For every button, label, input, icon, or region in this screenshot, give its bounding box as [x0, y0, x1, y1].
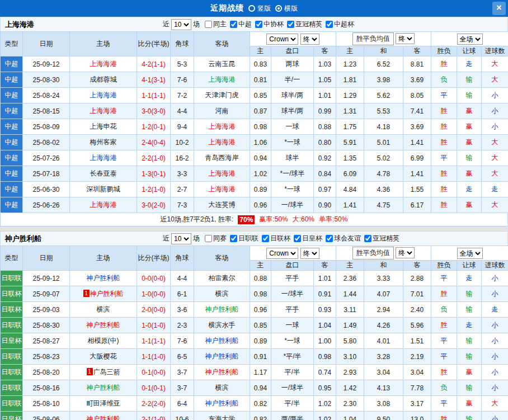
- final-odds-select[interactable]: 终: [396, 33, 415, 44]
- col-score: 比分(半场): [137, 246, 171, 271]
- home-team[interactable]: 长春亚泰: [90, 169, 117, 177]
- filter-option[interactable]: 同主: [205, 20, 227, 29]
- home-team[interactable]: 神户胜利船: [87, 274, 120, 282]
- handicap-home-odds: 0.85: [250, 88, 271, 103]
- filter-checkbox[interactable]: [230, 235, 237, 242]
- home-team[interactable]: 深圳新鹏城: [87, 185, 120, 193]
- home-team[interactable]: 町田泽维亚: [87, 399, 120, 407]
- win-odds: 6.09: [336, 166, 364, 182]
- home-team[interactable]: 成都蓉城: [90, 75, 117, 83]
- home-team[interactable]: 神户胜利船: [87, 321, 120, 329]
- wdl-average-button[interactable]: 胜平负均值: [352, 32, 394, 45]
- filter-option[interactable]: 亚冠精英: [364, 234, 399, 243]
- result-handicap: 输: [457, 286, 482, 302]
- home-team[interactable]: 上海海港: [90, 201, 117, 209]
- home-team[interactable]: 相模原(中): [88, 337, 119, 345]
- fullmatch-select[interactable]: 全场: [457, 248, 483, 259]
- layout-radio-vertical[interactable]: 竖版: [248, 4, 271, 13]
- away-team[interactable]: 神户胜利船: [205, 399, 239, 407]
- filter-checkbox[interactable]: [262, 235, 269, 242]
- fullmatch-select[interactable]: 全场: [457, 34, 483, 45]
- final-odds-select[interactable]: 终: [300, 34, 319, 45]
- close-icon[interactable]: ×: [492, 2, 506, 15]
- filter-checkbox[interactable]: [294, 235, 301, 242]
- handicap-away-odds: 0.84: [314, 166, 336, 182]
- away-team[interactable]: 河南: [215, 107, 229, 115]
- home-team[interactable]: 神户胜利船: [90, 290, 124, 298]
- away-team[interactable]: 横滨: [215, 384, 229, 391]
- league-type-cell: 中超: [1, 166, 23, 182]
- filter-checkbox[interactable]: [326, 235, 333, 242]
- result-goals: 大: [482, 150, 508, 166]
- radio-icon[interactable]: [248, 5, 255, 12]
- filter-option[interactable]: 日联杯: [262, 234, 290, 243]
- away-team[interactable]: 青岛西海岸: [205, 154, 239, 162]
- away-team[interactable]: 柏雷素尔: [209, 274, 236, 282]
- filter-option[interactable]: 同赛: [205, 234, 227, 243]
- filter-option[interactable]: 中超杯: [326, 20, 354, 29]
- away-team[interactable]: 上海海港: [209, 122, 236, 130]
- away-team[interactable]: 神户胜利船: [205, 368, 239, 376]
- layout-radio-horizontal[interactable]: 横版: [275, 4, 298, 13]
- radio-selected-icon[interactable]: [275, 5, 282, 12]
- filter-option[interactable]: 中超: [230, 20, 252, 29]
- home-team[interactable]: 上海海港: [90, 154, 117, 162]
- away-team[interactable]: 上海海港: [209, 75, 236, 83]
- draw-odds: 5.02: [364, 150, 403, 166]
- games-count-select[interactable]: 10: [171, 233, 191, 244]
- filter-checkbox[interactable]: [364, 235, 371, 242]
- lose-odds: 1.55: [403, 182, 431, 197]
- away-team[interactable]: 大连英博: [209, 201, 236, 209]
- filter-option[interactable]: 中协杯: [255, 20, 284, 29]
- away-team[interactable]: 横滨水手: [209, 321, 236, 329]
- filter-option[interactable]: 球会友谊: [326, 234, 361, 243]
- filter-checkbox[interactable]: [287, 21, 294, 28]
- away-team[interactable]: 神户胜利船: [205, 305, 239, 313]
- company-select[interactable]: Crown: [266, 248, 298, 259]
- result-wdl: 胜: [431, 135, 457, 150]
- draw-odds: 5.62: [364, 88, 403, 103]
- home-team[interactable]: 上海海港: [90, 60, 117, 68]
- handicap-line: 半/一: [271, 72, 314, 88]
- draw-odds: 5.53: [364, 103, 403, 119]
- home-team[interactable]: 神户胜利船: [87, 384, 120, 391]
- win-odds: 3.11: [336, 302, 364, 318]
- away-team[interactable]: 神户胜利船: [205, 337, 239, 345]
- wdl-average-button[interactable]: 胜平负均值: [352, 247, 394, 259]
- away-team[interactable]: 神户胜利船: [205, 352, 239, 360]
- home-team-cell: 横滨: [70, 302, 137, 318]
- away-team[interactable]: 上海海港: [209, 185, 236, 193]
- filter-option[interactable]: 日皇杯: [294, 234, 322, 243]
- filter-checkbox[interactable]: [326, 21, 333, 28]
- away-team[interactable]: 上海海港: [209, 169, 236, 177]
- home-team[interactable]: 上海海港: [90, 91, 117, 99]
- home-team[interactable]: 横滨: [97, 305, 110, 313]
- home-team[interactable]: 神户胜利船: [87, 415, 120, 420]
- filter-option[interactable]: 日职联: [230, 234, 258, 243]
- away-team[interactable]: 横滨: [215, 290, 229, 298]
- filter-checkbox[interactable]: [205, 235, 212, 242]
- home-team[interactable]: 上海海港: [90, 107, 117, 115]
- home-team-cell: 神户胜利船: [70, 318, 137, 333]
- filter-checkbox[interactable]: [255, 21, 262, 28]
- away-team-cell: 神户胜利船: [194, 333, 250, 349]
- away-team-cell: 神户胜利船: [194, 396, 250, 412]
- result-goals: 大: [482, 166, 508, 182]
- away-team[interactable]: 天津津门虎: [205, 91, 239, 99]
- col-ah-home: 主: [250, 46, 271, 56]
- filter-checkbox[interactable]: [230, 21, 237, 28]
- home-team[interactable]: 梅州客家: [90, 138, 117, 146]
- final-odds-select[interactable]: 终: [300, 248, 319, 259]
- games-count-select[interactable]: 10: [171, 19, 191, 30]
- home-team[interactable]: 上海申花: [90, 122, 117, 130]
- home-team[interactable]: 广岛三箭: [93, 368, 120, 376]
- away-team[interactable]: 云南玉昆: [209, 60, 236, 68]
- home-team[interactable]: 大阪樱花: [90, 352, 117, 360]
- final-odds-select[interactable]: 终: [396, 247, 415, 258]
- near-label: 近: [163, 234, 170, 243]
- filter-option[interactable]: 亚冠精英: [287, 20, 322, 29]
- away-team[interactable]: 东海大学: [209, 415, 236, 420]
- away-team[interactable]: 上海海港: [209, 138, 236, 146]
- filter-checkbox[interactable]: [205, 21, 212, 28]
- company-select[interactable]: Crown: [266, 34, 298, 45]
